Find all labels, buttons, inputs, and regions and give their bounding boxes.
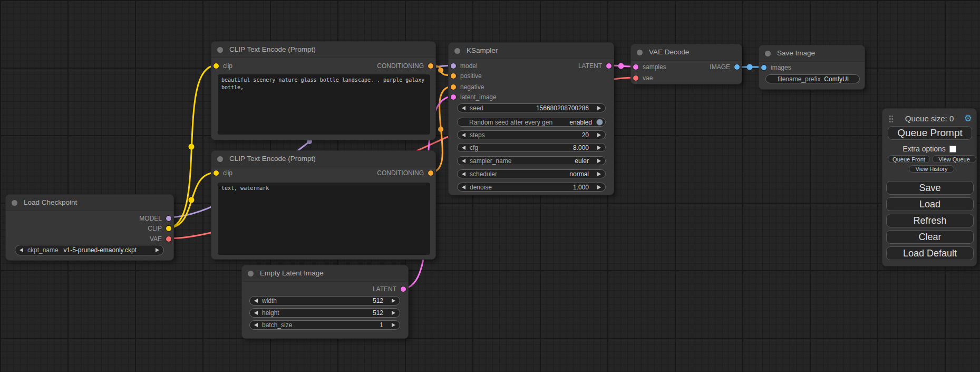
node-titlebar[interactable]: CLIP Text Encode (Prompt) xyxy=(211,42,435,58)
view-history-button[interactable]: View History xyxy=(909,165,954,173)
decrement-icon[interactable] xyxy=(462,133,465,137)
decrement-icon[interactable] xyxy=(462,146,465,150)
port-dot-conditioning[interactable] xyxy=(428,63,433,69)
extra-options-checkbox[interactable] xyxy=(949,146,956,152)
widget-scheduler[interactable]: scheduler normal xyxy=(457,169,606,178)
queue-front-button[interactable]: Queue Front xyxy=(888,155,930,163)
decrement-icon[interactable] xyxy=(462,106,465,110)
increment-icon[interactable] xyxy=(597,172,601,176)
load-default-button[interactable]: Load Default xyxy=(886,246,974,260)
save-button[interactable]: Save xyxy=(886,181,974,195)
port-dot-positive[interactable] xyxy=(451,73,456,79)
increment-icon[interactable] xyxy=(597,185,601,189)
widget-batch-size[interactable]: batch_size 1 xyxy=(249,320,400,330)
widget-label: steps xyxy=(470,131,485,139)
widget-label: sampler_name xyxy=(470,157,511,165)
decrement-icon[interactable] xyxy=(462,185,465,189)
decrement-icon[interactable] xyxy=(254,299,258,303)
widget-width[interactable]: width 512 xyxy=(249,296,400,306)
port-dot-vae[interactable] xyxy=(166,236,171,242)
load-button[interactable]: Load xyxy=(886,197,974,211)
port-dot-conditioning[interactable] xyxy=(428,170,433,176)
increment-icon[interactable] xyxy=(156,248,159,252)
input-port-positive[interactable]: positive xyxy=(449,71,614,81)
port-dot-image[interactable] xyxy=(734,64,740,70)
link-midpoint-dot xyxy=(618,63,624,69)
widget-height[interactable]: height 512 xyxy=(249,308,400,318)
widget-label: ckpt_name xyxy=(27,246,59,254)
widget-value: 1 xyxy=(380,321,383,329)
port-dot-clip[interactable] xyxy=(166,226,171,231)
refresh-button[interactable]: Refresh xyxy=(886,214,974,227)
increment-icon[interactable] xyxy=(392,323,395,327)
widget-label: batch_size xyxy=(262,321,292,329)
output-port-image[interactable]: IMAGE xyxy=(631,62,742,72)
output-port-conditioning[interactable]: CONDITIONING xyxy=(211,168,435,178)
widget-value: 20 xyxy=(582,131,589,139)
drag-handle-icon[interactable] xyxy=(889,115,894,123)
prompt-textarea[interactable]: beautiful scenery nature glass bottle la… xyxy=(218,74,430,135)
widget-cfg[interactable]: cfg 8.000 xyxy=(457,143,606,152)
button-label: Clear xyxy=(918,232,941,243)
decrement-icon[interactable] xyxy=(254,323,258,327)
port-dot-vae[interactable] xyxy=(633,75,638,81)
node-titlebar[interactable]: Load Checkpoint xyxy=(6,195,173,211)
increment-icon[interactable] xyxy=(597,159,601,163)
widget-ckpt-name[interactable]: ckpt_name v1-5-pruned-emaonly.ckpt xyxy=(15,245,164,255)
node-status-dot xyxy=(454,48,460,54)
decrement-icon[interactable] xyxy=(254,311,258,315)
node-titlebar[interactable]: VAE Decode xyxy=(631,44,742,61)
increment-icon[interactable] xyxy=(392,299,395,303)
view-queue-button[interactable]: View Queue xyxy=(932,155,976,163)
node-graph-canvas[interactable]: Load Checkpoint MODEL CLIP VAE ckpt_name… xyxy=(0,0,980,372)
node-titlebar[interactable]: Save Image xyxy=(759,45,865,62)
clear-button[interactable]: Clear xyxy=(886,230,974,244)
input-port-images[interactable]: images xyxy=(759,63,865,72)
port-dot-images[interactable] xyxy=(761,65,766,70)
settings-gear-icon[interactable]: ⚙ xyxy=(964,113,972,124)
widget-random-seed-toggle[interactable]: Random seed after every gen enabled xyxy=(457,118,606,127)
widget-steps[interactable]: steps 20 xyxy=(457,130,606,139)
widget-label: Random seed after every gen xyxy=(469,119,552,126)
link-midpoint-dot xyxy=(747,64,753,70)
toggle-icon[interactable] xyxy=(596,119,603,126)
output-port-model[interactable]: MODEL xyxy=(6,214,173,223)
widget-sampler-name[interactable]: sampler_name euler xyxy=(457,156,606,165)
increment-icon[interactable] xyxy=(597,106,601,110)
input-port-negative[interactable]: negative xyxy=(449,82,614,92)
queue-prompt-button[interactable]: Queue Prompt xyxy=(888,126,972,140)
output-port-latent[interactable]: LATENT xyxy=(449,61,614,71)
node-status-dot xyxy=(217,47,223,53)
port-label: CLIP xyxy=(148,224,162,233)
port-dot-latent[interactable] xyxy=(401,287,406,292)
button-label: Load Default xyxy=(903,248,957,259)
port-dot-latent[interactable] xyxy=(606,63,612,69)
output-port-conditioning[interactable]: CONDITIONING xyxy=(211,61,435,71)
port-label: VAE xyxy=(150,234,162,244)
widget-denoise[interactable]: denoise 1.000 xyxy=(457,183,606,192)
node-clip-text-encode-positive: CLIP Text Encode (Prompt) clip CONDITION… xyxy=(211,41,436,140)
widget-seed[interactable]: seed 156680208700286 xyxy=(457,103,606,112)
node-titlebar[interactable]: Empty Latent Image xyxy=(242,265,408,282)
port-dot-model[interactable] xyxy=(166,216,171,221)
node-titlebar[interactable]: CLIP Text Encode (Prompt) xyxy=(211,151,435,167)
widget-filename-prefix[interactable]: filename_prefix ComfyUI xyxy=(765,74,860,83)
decrement-icon[interactable] xyxy=(462,159,465,163)
output-port-clip[interactable]: CLIP xyxy=(6,224,173,233)
node-ksampler: KSampler model positive negative latent_… xyxy=(448,42,614,195)
increment-icon[interactable] xyxy=(597,133,601,137)
input-port-latent-image[interactable]: latent_image xyxy=(449,92,614,102)
output-port-vae[interactable]: VAE xyxy=(6,234,173,244)
increment-icon[interactable] xyxy=(597,146,601,150)
prompt-textarea[interactable]: text, watermark xyxy=(218,183,430,255)
decrement-icon[interactable] xyxy=(20,248,23,252)
port-dot-negative[interactable] xyxy=(451,84,456,90)
port-dot-latent-image[interactable] xyxy=(451,94,456,100)
decrement-icon[interactable] xyxy=(462,172,465,176)
output-port-latent[interactable]: LATENT xyxy=(242,284,408,294)
node-titlebar[interactable]: KSampler xyxy=(449,43,614,59)
node-empty-latent-image: Empty Latent Image LATENT width 512 heig… xyxy=(241,265,409,339)
increment-icon[interactable] xyxy=(392,311,395,315)
node-vae-decode: VAE Decode samples vae IMAGE xyxy=(630,44,742,84)
input-port-vae[interactable]: vae xyxy=(631,73,742,83)
